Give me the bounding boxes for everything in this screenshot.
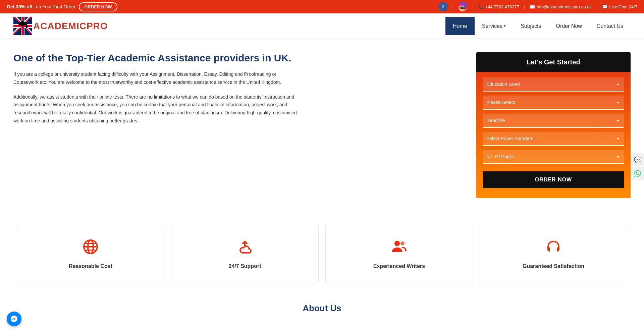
- site-header: ACADEMICPRO Home Services ▾ Subjects Ord…: [0, 13, 644, 39]
- top-bar: Get 30% off on Your First Order ORDER NO…: [0, 0, 644, 13]
- svg-rect-21: [557, 247, 559, 251]
- hero-para1: If you are a college or university stude…: [13, 70, 302, 87]
- education-level-select[interactable]: Education Level: [483, 77, 624, 92]
- hero-title: One of the Top-Tier Academic Assistance …: [13, 52, 302, 64]
- feature-experienced-writers: Experienced Writers: [325, 225, 473, 283]
- sep2: |: [472, 4, 473, 9]
- top-bar-right: f | 📷 | 📞 +44 7763 476377 | ✉️ info@ukac…: [438, 2, 637, 11]
- nav-order-now[interactable]: Order Now: [549, 17, 589, 35]
- svg-rect-20: [548, 247, 550, 251]
- sep1: |: [452, 4, 453, 9]
- email-icon: ✉️: [530, 4, 535, 9]
- top-order-button[interactable]: ORDER NOW: [79, 2, 117, 11]
- about-us-heading: About Us: [0, 296, 644, 317]
- guaranteed-satisfaction-label: Guaranteed Satisfaction: [487, 263, 620, 269]
- support-247-label: 24/7 Support: [178, 263, 312, 269]
- logo-uk-flag: [13, 17, 32, 35]
- logo[interactable]: ACADEMICPRO: [13, 17, 108, 35]
- nav-contact-us[interactable]: Contact Us: [589, 17, 631, 35]
- features-section: Reasonable Cost 24/7 Support Experienced…: [0, 218, 644, 296]
- please-select-wrapper: Please Select: [483, 96, 624, 110]
- email-address: info@ukacademicspro.co.uk: [537, 4, 592, 9]
- education-level-wrapper: Education Level: [483, 77, 624, 92]
- feature-support-247: 24/7 Support: [171, 225, 319, 283]
- chat-bubble-icon: 💬: [602, 4, 607, 9]
- sep3: |: [524, 4, 525, 9]
- users-icon: [332, 239, 466, 258]
- nav-subjects[interactable]: Subjects: [513, 17, 548, 35]
- whatsapp-icon-top: 📞: [478, 4, 483, 9]
- form-inner: Education Level Please Select Deadline S…: [476, 72, 631, 169]
- feature-reasonable-cost: Reasonable Cost: [17, 225, 164, 283]
- sep4: |: [596, 4, 597, 9]
- top-bar-left: Get 30% off on Your First Order ORDER NO…: [7, 2, 117, 11]
- deadline-select[interactable]: Deadline: [483, 114, 624, 128]
- promo-text: on Your First Order: [36, 4, 75, 9]
- pages-wrapper: No. Of Pages: [483, 150, 624, 164]
- experienced-writers-label: Experienced Writers: [332, 263, 466, 269]
- reasonable-cost-label: Reasonable Cost: [24, 263, 157, 269]
- feature-guaranteed-satisfaction: Guaranteed Satisfaction: [480, 225, 627, 283]
- side-whatsapp-icon[interactable]: [631, 167, 644, 180]
- svg-point-19: [400, 241, 405, 245]
- main-nav: Home Services ▾ Subjects Order Now Conta…: [445, 17, 631, 35]
- paper-standard-wrapper: Select Paper Standard: [483, 132, 624, 146]
- side-floating-icons: 💬: [631, 154, 644, 180]
- hero-text: One of the Top-Tier Academic Assistance …: [13, 52, 302, 132]
- nav-services[interactable]: Services ▾: [475, 17, 513, 35]
- services-caret: ▾: [504, 24, 506, 28]
- order-form-header: Let's Get Started: [476, 52, 631, 72]
- paper-standard-select[interactable]: Select Paper Standard: [483, 132, 624, 146]
- order-now-button[interactable]: ORDER NOW: [483, 171, 624, 188]
- hero-body: If you are a college or university stude…: [13, 70, 302, 125]
- please-select-select[interactable]: Please Select: [483, 96, 624, 110]
- globe-icon: [24, 239, 157, 258]
- live-chat-link[interactable]: 💬 Live Chat 24/7: [602, 4, 637, 9]
- side-chat-icon[interactable]: 💬: [631, 154, 644, 166]
- headset-icon: [487, 239, 620, 258]
- email-link[interactable]: ✉️ info@ukacademicspro.co.uk: [530, 4, 592, 9]
- hero-para2: Additionally, we assist students with th…: [13, 93, 302, 125]
- live-chat-label: Live Chat 24/7: [609, 4, 637, 9]
- main-section: One of the Top-Tier Academic Assistance …: [0, 39, 644, 218]
- nav-home[interactable]: Home: [445, 17, 475, 35]
- order-form-card: Let's Get Started Education Level Please…: [476, 52, 631, 198]
- promo-highlight: Get 30% off: [7, 4, 33, 9]
- instagram-link[interactable]: 📷: [458, 2, 468, 11]
- facebook-link[interactable]: f: [438, 2, 448, 11]
- deadline-wrapper: Deadline: [483, 114, 624, 128]
- cloud-upload-icon: [178, 239, 312, 258]
- svg-point-18: [394, 241, 400, 246]
- pages-select[interactable]: No. Of Pages: [483, 150, 624, 164]
- logo-text: ACADEMICPRO: [33, 21, 108, 32]
- instagram-icon: 📷: [458, 2, 468, 11]
- svg-point-12: [26, 26, 28, 28]
- whatsapp-link[interactable]: 📞 +44 7763 476377: [478, 4, 519, 9]
- facebook-icon: f: [438, 2, 448, 11]
- phone-number: +44 7763 476377: [485, 4, 519, 9]
